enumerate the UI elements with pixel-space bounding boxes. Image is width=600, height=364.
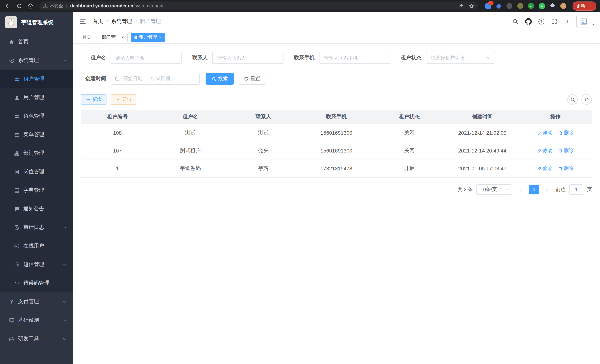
edit-link[interactable]: 修改 xyxy=(537,130,552,136)
bookmark-star-icon[interactable] xyxy=(469,3,474,9)
profile-avatar-icon[interactable] xyxy=(560,3,567,9)
sidebar-item-dept[interactable]: 部门管理 xyxy=(0,144,73,162)
github-icon[interactable] xyxy=(525,18,532,25)
sidebar-item-devtools[interactable]: 研发工具 xyxy=(0,329,73,348)
sidebar-item-role[interactable]: 角色管理 xyxy=(0,107,73,125)
share-icon[interactable] xyxy=(459,3,464,9)
kebab-menu-icon[interactable]: ⋮ xyxy=(588,3,593,8)
caret-down-icon: ▾ xyxy=(592,21,594,27)
tag-close-icon[interactable]: × xyxy=(159,35,161,39)
breadcrumb-system[interactable]: 系统管理 xyxy=(111,18,132,25)
prev-page-button[interactable] xyxy=(516,184,525,195)
delete-link[interactable]: 删除 xyxy=(558,147,573,154)
delete-link[interactable]: 删除 xyxy=(558,165,573,172)
date-range-picker[interactable]: 开始日期 - 结束日期 xyxy=(111,73,200,84)
page-number-active[interactable]: 1 xyxy=(529,185,539,194)
security-indicator[interactable]: 不安全 xyxy=(43,3,63,9)
sidebar-item-label: 基础设施 xyxy=(18,317,39,324)
export-button[interactable]: 导出 xyxy=(111,94,136,105)
chevron-down-icon xyxy=(63,300,67,304)
tag-label: 部门管理 xyxy=(102,34,120,40)
sidebar-item-label: 研发工具 xyxy=(18,336,39,342)
chevron-down-icon xyxy=(63,262,67,267)
extension-shield-icon[interactable] xyxy=(495,3,502,9)
pagination: 共 3 条 10条/页 1 前往 页 xyxy=(81,184,592,195)
reset-button[interactable]: 重置 xyxy=(238,73,266,84)
tag-tenant-active[interactable]: 租户管理 × xyxy=(131,32,165,42)
font-size-icon[interactable]: TT xyxy=(564,18,570,25)
cell-tenant-name: 测试租户 xyxy=(154,142,227,159)
calendar-icon xyxy=(115,76,120,81)
sidebar-item-label: 系统管理 xyxy=(18,57,39,64)
header-search-icon[interactable] xyxy=(512,18,518,25)
sidebar-item-label: 菜单管理 xyxy=(23,131,44,138)
sidebar-item-infra[interactable]: 基础设施 xyxy=(0,311,73,329)
sidebar-item-post[interactable]: 岗位管理 xyxy=(0,162,73,181)
omnibox[interactable]: 不安全 | dashboard.yudao.iocoder.cn/system/… xyxy=(39,1,478,10)
extension-green-square-icon[interactable] xyxy=(538,3,545,9)
home-button[interactable] xyxy=(26,1,35,10)
refresh-table-button[interactable] xyxy=(581,94,592,105)
user-avatar-menu[interactable]: ▾ xyxy=(576,15,594,27)
extension-olive-circle-icon[interactable] xyxy=(517,3,524,9)
sidebar-item-menu[interactable]: 菜单管理 xyxy=(0,125,73,144)
search-button[interactable]: 搜索 xyxy=(206,73,234,84)
sidebar-item-notice[interactable]: 通知公告 xyxy=(0,200,73,218)
delete-link[interactable]: 删除 xyxy=(558,130,573,136)
sidebar-item-sms[interactable]: 短信管理 xyxy=(0,255,73,274)
refresh-button[interactable] xyxy=(15,1,24,10)
sidebar-item-dict[interactable]: 字典管理 xyxy=(0,181,73,200)
cell-tenant-id: 1 xyxy=(81,159,154,177)
sidebar-item-tenant[interactable]: 租户管理 xyxy=(0,70,73,88)
sidebar-item-home[interactable]: 首页 xyxy=(0,33,73,51)
sidebar-item-online-user[interactable]: 在线用户 xyxy=(0,237,73,255)
sidebar-item-label: 部门管理 xyxy=(23,150,44,157)
cell-created: 2021-01-05 17:03:47 xyxy=(446,159,519,177)
breadcrumb-current: 租户管理 xyxy=(140,18,161,25)
extension-notify-icon[interactable]: 10 xyxy=(485,3,491,9)
back-button[interactable] xyxy=(4,1,13,10)
logo[interactable]: 芋道管理系统 xyxy=(0,12,73,33)
tenant-users-icon xyxy=(14,76,20,82)
next-page-button[interactable] xyxy=(543,184,552,195)
sidebar-collapse-icon[interactable] xyxy=(79,17,87,25)
status-select[interactable]: 请选择租户状态 xyxy=(426,52,495,64)
search-icon xyxy=(570,97,575,102)
breadcrumb-home[interactable]: 首页 xyxy=(93,18,103,25)
tag-close-icon[interactable]: × xyxy=(121,35,124,39)
chevron-down-icon xyxy=(63,337,67,341)
tag-home[interactable]: 首页 xyxy=(79,32,95,42)
toggle-search-button[interactable] xyxy=(567,94,578,105)
sidebar-item-error-code[interactable]: 错误码管理 xyxy=(0,274,73,292)
sidebar-item-user[interactable]: 用户管理 xyxy=(0,88,73,107)
sidebar-item-label: 在线用户 xyxy=(23,243,44,249)
date-start-placeholder: 开始日期 xyxy=(123,75,142,82)
update-button[interactable]: 更新 ⋮ xyxy=(572,1,596,10)
extension-dark-circle-icon[interactable] xyxy=(506,3,513,9)
sidebar-item-label: 通知公告 xyxy=(23,205,44,212)
extension-green-circle-icon[interactable] xyxy=(528,3,534,9)
screen: 不安全 | dashboard.yudao.iocoder.cn/system/… xyxy=(0,0,600,364)
refresh-icon xyxy=(584,97,589,102)
add-button[interactable]: 新增 xyxy=(81,94,106,105)
tenant-name-input[interactable] xyxy=(111,52,182,64)
active-dot xyxy=(134,36,137,39)
yen-icon: ¥ xyxy=(9,299,14,304)
contact-input[interactable] xyxy=(212,52,283,64)
help-icon[interactable]: ? xyxy=(538,18,544,24)
sidebar-item-pay[interactable]: ¥ 支付管理 xyxy=(0,292,73,311)
app-title: 芋道管理系统 xyxy=(21,19,53,26)
fullscreen-icon[interactable] xyxy=(551,18,557,25)
edit-link[interactable]: 修改 xyxy=(537,165,552,172)
sidebar-item-system[interactable]: 系统管理 xyxy=(0,51,73,70)
phone-input[interactable] xyxy=(319,52,390,64)
extensions-puzzle-icon[interactable] xyxy=(549,3,556,9)
page-size-select[interactable]: 10条/页 xyxy=(477,184,512,195)
goto-page-input[interactable] xyxy=(569,184,583,195)
create-time-label: 创建时间 xyxy=(81,75,106,82)
sidebar: 芋道管理系统 首页 系统管理 租户管理 用户管理 角色管理 xyxy=(0,12,73,364)
sidebar-item-audit-log[interactable]: 审计日志 xyxy=(0,218,73,237)
edit-link[interactable]: 修改 xyxy=(537,147,552,154)
log-doc-icon xyxy=(14,225,20,230)
tag-dept[interactable]: 部门管理 × xyxy=(98,32,128,42)
